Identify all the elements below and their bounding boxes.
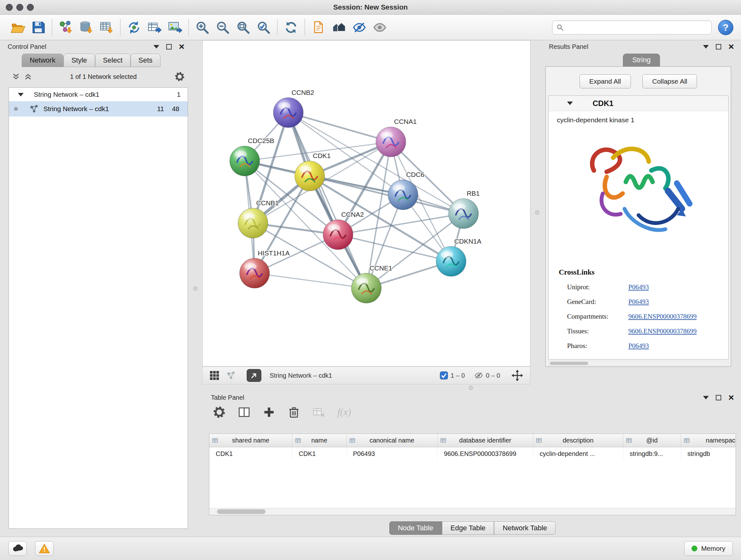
import-table-from-file-button[interactable] <box>96 17 117 37</box>
new-network-from-selection-button[interactable] <box>124 17 144 37</box>
cell-id[interactable]: stringdb:9... <box>623 447 681 460</box>
tab-node-table[interactable]: Node Table <box>389 521 442 535</box>
network-node-rb1[interactable]: RB1 <box>448 190 480 229</box>
collapse-panel-icon[interactable] <box>703 45 709 49</box>
cell-canonical-name[interactable]: P06493 <box>347 447 437 460</box>
column-header-canonical-name[interactable]: canonical name <box>347 434 437 447</box>
collapse-panel-icon[interactable] <box>153 45 159 49</box>
network-canvas[interactable]: CCNB2CCNA1CDC25BCDK1CDC6RB1CCNB1CCNA2CDK… <box>202 40 530 367</box>
pan-crosshair-icon[interactable] <box>512 370 523 381</box>
tab-sets[interactable]: Sets <box>131 54 160 67</box>
export-table-button[interactable] <box>144 17 165 37</box>
collapse-all-button[interactable]: Collapse All <box>643 74 697 88</box>
detach-view-button[interactable] <box>247 369 261 382</box>
selected-checkbox-icon[interactable] <box>440 371 448 380</box>
section-expander-icon[interactable] <box>567 102 573 105</box>
network-node-hist1h1a[interactable]: HIST1H1A <box>240 249 290 288</box>
save-session-button[interactable] <box>28 17 49 37</box>
crosslink-link[interactable]: P06493 <box>628 342 649 350</box>
right-splitter-handle[interactable] <box>535 210 539 214</box>
import-network-from-database-button[interactable] <box>76 17 96 37</box>
network-edge-cdk1-rb1[interactable] <box>310 176 463 213</box>
tab-edge-table[interactable]: Edge Table <box>442 521 494 535</box>
column-header-shared-name[interactable]: shared name <box>209 434 292 447</box>
close-panel-icon[interactable]: × <box>728 42 734 51</box>
network-overview-icon[interactable] <box>226 371 236 380</box>
collapse-panel-icon[interactable] <box>703 396 709 399</box>
network-edge-hist1h1a-ccne1[interactable] <box>255 273 366 288</box>
refresh-view-button[interactable] <box>281 17 301 37</box>
cell-database-identifier[interactable]: 9606.ENSP00000378699 <box>437 447 533 460</box>
minimize-window-button[interactable] <box>16 4 23 11</box>
scrollbar-thumb[interactable] <box>550 362 588 365</box>
delete-column-icon[interactable] <box>287 406 300 419</box>
float-panel-icon[interactable] <box>716 44 721 50</box>
column-header-description[interactable]: description <box>533 434 623 447</box>
memory-button[interactable]: Memory <box>684 541 733 556</box>
close-window-button[interactable] <box>6 4 13 11</box>
cloud-status-button[interactable] <box>8 541 27 556</box>
export-image-button[interactable] <box>165 17 185 37</box>
open-session-button[interactable] <box>8 17 28 37</box>
maximize-window-button[interactable] <box>27 4 34 11</box>
home-view-button[interactable] <box>329 17 349 37</box>
float-panel-icon[interactable] <box>166 44 172 50</box>
help-button[interactable]: ? <box>718 20 733 35</box>
select-columns-icon[interactable] <box>238 406 251 419</box>
hidden-eye-icon[interactable] <box>474 371 483 380</box>
column-header-database-identifier[interactable]: database identifier <box>437 434 533 447</box>
hide-selected-button[interactable] <box>349 17 369 37</box>
network-node-ccnb2[interactable]: CCNB2 <box>273 89 314 128</box>
annotation-document-button[interactable] <box>308 17 329 37</box>
grid-view-icon[interactable] <box>210 371 219 380</box>
results-horizontal-scrollbar[interactable] <box>548 361 729 366</box>
network-node-cdc25b[interactable]: CDC25B <box>230 137 274 176</box>
column-header-namespace[interactable]: namespace <box>681 434 736 447</box>
tab-style[interactable]: Style <box>64 54 95 67</box>
table-gear-icon[interactable] <box>213 406 226 419</box>
tab-select[interactable]: Select <box>95 54 131 67</box>
search-input[interactable] <box>566 23 708 31</box>
crosslink-link[interactable]: 9606.ENSP00000378699 <box>628 313 697 320</box>
add-column-icon[interactable] <box>263 406 275 419</box>
gear-icon[interactable] <box>175 71 185 82</box>
close-panel-icon[interactable]: × <box>179 42 185 51</box>
cell-shared-name[interactable]: CDK1 <box>209 447 292 460</box>
table-horizontal-scrollbar[interactable] <box>209 508 736 515</box>
crosslink-link[interactable]: 9606.ENSP00000378699 <box>628 327 697 335</box>
tab-string[interactable]: String <box>623 54 660 66</box>
table-row[interactable]: CDK1 CDK1 P06493 9606.ENSP00000378699 cy… <box>209 447 736 460</box>
cell-description[interactable]: cyclin-dependent ... <box>533 447 623 460</box>
zoom-in-button[interactable] <box>192 17 212 37</box>
network-node-cdc6[interactable]: CDC6 <box>388 171 424 210</box>
network-node-cdkn1a[interactable]: CDKN1A <box>436 238 482 276</box>
column-header-id[interactable]: @id <box>623 434 681 447</box>
zoom-fit-button[interactable] <box>233 17 253 37</box>
network-node-ccna1[interactable]: CCNA1 <box>376 118 417 157</box>
crosslink-link[interactable]: P06493 <box>628 283 649 291</box>
column-header-name[interactable]: name <box>292 434 347 447</box>
tab-network-table[interactable]: Network Table <box>494 521 556 535</box>
expand-all-button[interactable]: Expand All <box>580 74 631 88</box>
protein-section-header[interactable]: CDK1 <box>549 96 728 111</box>
bottom-splitter-handle[interactable] <box>469 386 473 390</box>
cell-name[interactable]: CDK1 <box>292 447 347 460</box>
network-graph[interactable]: CCNB2CCNA1CDC25BCDK1CDC6RB1CCNB1CCNA2CDK… <box>203 41 530 366</box>
expander-icon[interactable] <box>18 93 23 97</box>
collapse-all-icon[interactable] <box>12 72 20 81</box>
scrollbar-thumb[interactable] <box>217 509 266 514</box>
float-panel-icon[interactable] <box>716 395 721 400</box>
network-collection-row[interactable]: String Network – cdk1 1 <box>9 88 188 101</box>
import-network-from-file-button[interactable] <box>56 17 76 37</box>
crosslink-link[interactable]: P06493 <box>628 298 649 306</box>
network-edge-ccnb2-ccne1[interactable] <box>288 113 366 288</box>
expand-all-icon[interactable] <box>24 72 32 81</box>
network-item-row[interactable]: String Network – cdk1 11 48 <box>9 101 188 117</box>
network-node-ccnb1[interactable]: CCNB1 <box>238 199 279 238</box>
warnings-button[interactable] <box>35 541 54 556</box>
network-edge-ccnb2-ccna1[interactable] <box>288 113 391 142</box>
zoom-out-button[interactable] <box>212 17 233 37</box>
left-splitter-handle[interactable] <box>193 287 198 291</box>
tab-network[interactable]: Network <box>22 54 64 67</box>
close-panel-icon[interactable]: × <box>728 393 734 402</box>
